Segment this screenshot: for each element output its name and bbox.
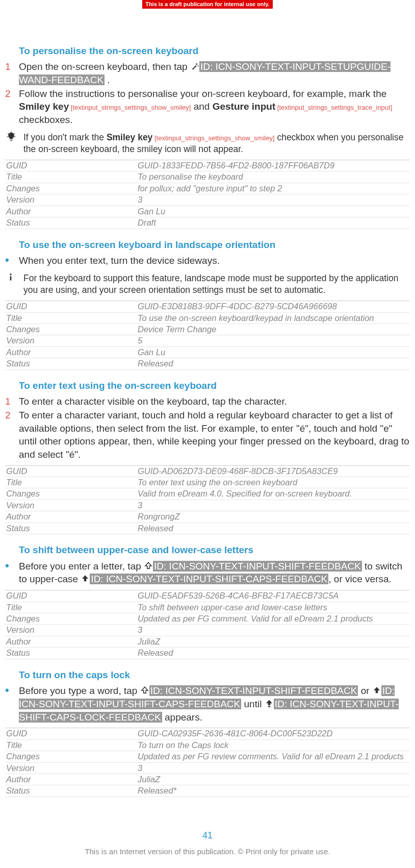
meta-row: AuthorGan Lu <box>5 347 410 358</box>
meta-table: GUIDGUID-1833FEDD-7B56-4FD2-B800-187FF06… <box>5 160 410 229</box>
lightbulb-icon <box>5 132 23 156</box>
meta-row: StatusReleased <box>5 523 410 534</box>
section-personalise: To personalise the on-screen keyboard 1 … <box>5 44 410 229</box>
meta-row: TitleTo enter text using the on-screen k… <box>5 477 410 488</box>
text: Before you type a word, tap <box>19 685 140 696</box>
text: appears. <box>162 712 202 723</box>
meta-row: GUIDGUID-E3D818B3-9DFF-4DDC-B279-5CD46A9… <box>5 301 410 312</box>
meta-label: Title <box>5 740 138 751</box>
section-shift-case: To shift between upper-case and lower-ca… <box>5 543 410 659</box>
meta-label: Changes <box>5 183 138 194</box>
ref-tag: [textinput_strings_settings_trace_input] <box>275 104 392 111</box>
meta-value: 3 <box>138 625 410 635</box>
meta-row: GUIDGUID-1833FEDD-7B56-4FD2-B800-187FF06… <box>5 160 410 171</box>
meta-value: Updated as per FG review comments. Valid… <box>138 751 410 762</box>
shift-filled-icon <box>372 685 381 695</box>
meta-row: StatusDraft <box>5 217 410 229</box>
placeholder-id: ID: ICN-SONY-TEXT-INPUT-SHIFT-FEEDBACK <box>153 561 362 572</box>
step-body: Follow the instructions to personalise y… <box>19 87 410 127</box>
bullet-text: Before you enter a letter, tap ID: ICN-S… <box>19 560 410 586</box>
meta-value: for pollux; add "gesture input" to step … <box>138 183 410 194</box>
meta-label: Author <box>5 511 138 522</box>
meta-label: Author <box>5 347 138 358</box>
meta-label: Changes <box>5 613 138 624</box>
meta-row: AuthorGan Lu <box>5 206 410 217</box>
meta-label: Version <box>5 625 138 635</box>
section-title: To turn on the caps lock <box>19 668 410 682</box>
text: Open the on-screen keyboard, then tap <box>19 61 190 72</box>
meta-value: To enter text using the on-screen keyboa… <box>138 477 410 488</box>
meta-row: TitleTo shift between upper-case and low… <box>5 602 410 613</box>
meta-value: Released <box>138 523 410 534</box>
text: and <box>191 101 212 112</box>
meta-value: 5 <box>138 335 410 346</box>
bullet-text: Before you type a word, tap ID: ICN-SONY… <box>19 684 410 724</box>
meta-table: GUIDGUID-AD062D73-DE09-468F-8DCB-3F17D5A… <box>5 465 410 535</box>
meta-label: Status <box>5 217 138 228</box>
meta-value: To use the on-screen keyboard/keypad in … <box>138 313 410 324</box>
meta-value: GUID-CA02935F-2636-481C-8064-DC00F523D22… <box>138 728 410 739</box>
meta-value: GUID-1833FEDD-7B56-4FD2-B800-187FF06AB7D… <box>138 160 410 171</box>
meta-value: To turn on the Caps lock <box>138 740 410 751</box>
meta-row: ChangesDevice Term Change <box>5 324 410 335</box>
bullet-item: • When you enter text, turn the device s… <box>5 254 410 267</box>
meta-value: JuliaZ <box>138 636 410 647</box>
text: or <box>358 685 372 696</box>
meta-label: GUID <box>5 728 138 739</box>
placeholder-id: ID: ICN-SONY-TEXT-INPUT-SHIFT-FEEDBACK <box>149 685 358 696</box>
meta-table: GUIDGUID-CA02935F-2636-481C-8064-DC00F52… <box>5 728 410 797</box>
shift-filled-icon <box>81 574 90 583</box>
step-body: To enter a character visible on the keyb… <box>19 395 410 408</box>
text: Before you enter a letter, tap <box>19 561 144 572</box>
meta-row: TitleTo turn on the Caps lock <box>5 740 410 751</box>
meta-row: Version5 <box>5 335 410 346</box>
section-title: To personalise the on-screen keyboard <box>19 44 410 58</box>
meta-value: Draft <box>138 217 410 228</box>
step-2: 2 Follow the instructions to personalise… <box>5 87 410 127</box>
step-body: To enter a character variant, touch and … <box>19 409 410 461</box>
meta-row: AuthorRongrongZ <box>5 511 410 523</box>
meta-row: Changesfor pollux; add "gesture input" t… <box>5 183 410 194</box>
meta-label: GUID <box>5 590 138 601</box>
meta-table: GUIDGUID-E5ADF539-526B-4CA6-BFB2-F17AECB… <box>5 590 410 659</box>
step-1: 1 Open the on-screen keyboard, then tap … <box>5 60 410 86</box>
meta-row: StatusReleased* <box>5 785 410 797</box>
meta-row: GUIDGUID-E5ADF539-526B-4CA6-BFB2-F17AECB… <box>5 590 410 602</box>
meta-value: RongrongZ <box>138 511 410 522</box>
shift-outline-icon <box>140 685 149 695</box>
step-number: 2 <box>5 409 19 461</box>
meta-row: Version3 <box>5 625 410 636</box>
meta-row: TitleTo use the on-screen keyboard/keypa… <box>5 313 410 324</box>
svg-point-0 <box>10 274 11 275</box>
step-number: 1 <box>5 395 19 408</box>
section-title: To use the on-screen keyboard in landsca… <box>19 238 410 252</box>
meta-value: Released <box>138 358 410 369</box>
meta-row: StatusReleased <box>5 648 410 659</box>
bullet-item: • Before you type a word, tap ID: ICN-SO… <box>5 684 410 724</box>
bold-text: Gesture input <box>213 101 276 112</box>
step-body: Open the on-screen keyboard, then tap ID… <box>19 60 410 86</box>
meta-label: Title <box>5 477 138 488</box>
meta-value: Device Term Change <box>138 324 410 335</box>
bold-text: Smiley key <box>107 132 152 142</box>
meta-value: GUID-E5ADF539-526B-4CA6-BFB2-F17AECB73C5… <box>138 590 410 601</box>
meta-label: GUID <box>5 160 138 171</box>
meta-value: Gan Lu <box>138 347 410 358</box>
meta-value: JuliaZ <box>138 774 410 785</box>
section-landscape: To use the on-screen keyboard in landsca… <box>5 238 410 370</box>
caps-lock-icon <box>265 699 274 708</box>
meta-label: Changes <box>5 324 138 335</box>
step-number: 1 <box>5 60 19 86</box>
page-number: 41 <box>0 829 415 841</box>
section-caps-lock: To turn on the caps lock • Before you ty… <box>5 668 410 797</box>
meta-value: Updated as per FG comment. Valid for all… <box>138 613 410 624</box>
ref-tag: [textinput_strings_settings_show_smiley] <box>69 104 191 111</box>
section-title: To enter text using the on-screen keyboa… <box>19 379 410 392</box>
meta-label: Author <box>5 774 138 785</box>
meta-label: Status <box>5 358 138 369</box>
meta-value: 3 <box>138 500 410 511</box>
shift-outline-icon <box>144 561 153 570</box>
meta-label: Changes <box>5 751 138 762</box>
meta-label: Changes <box>5 488 138 499</box>
text: If you don't mark the <box>23 132 107 142</box>
